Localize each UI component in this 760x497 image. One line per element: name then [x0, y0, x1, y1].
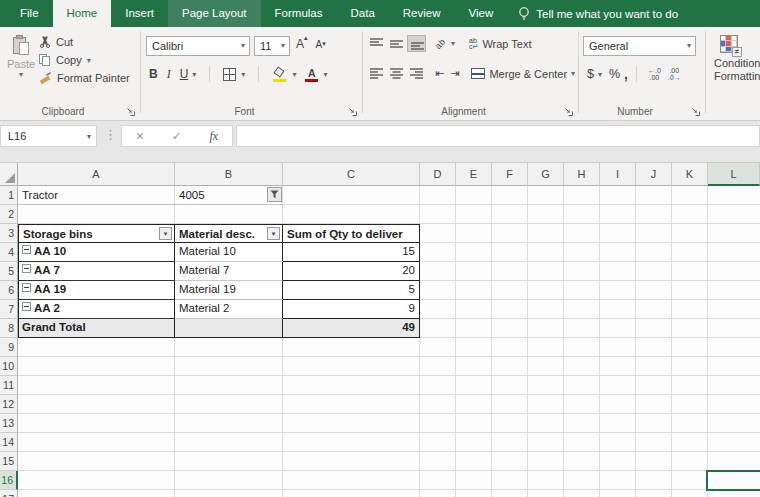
alignment-dialog-launcher-icon[interactable] — [564, 107, 574, 117]
decrease-indent-button[interactable]: ⇤ — [435, 67, 444, 80]
tab-review[interactable]: Review — [389, 0, 455, 27]
font-dialog-launcher-icon[interactable] — [348, 107, 358, 117]
column-header-j[interactable]: J — [636, 163, 672, 186]
tab-view[interactable]: View — [455, 0, 508, 27]
pivot-bin-cell[interactable]: AA 19 — [18, 281, 175, 300]
bold-button[interactable]: B — [149, 67, 158, 81]
row-header-16[interactable]: 16 — [0, 471, 18, 490]
fill-color-dropdown-icon[interactable]: ▾ — [292, 70, 296, 79]
copy-button[interactable]: Copy ▾ — [39, 51, 130, 69]
orientation-button[interactable]: ab — [433, 36, 447, 50]
column-header-c[interactable]: C — [283, 163, 420, 186]
collapse-button-icon[interactable] — [22, 283, 31, 292]
formula-bar-grip[interactable]: ⋮ — [104, 127, 117, 142]
borders-button[interactable] — [223, 68, 236, 81]
underline-button[interactable]: U — [180, 67, 189, 81]
wrap-text-button[interactable]: abc↵ Wrap Text — [469, 38, 532, 50]
row-header-17[interactable]: 17 — [0, 490, 18, 497]
align-center-button[interactable] — [387, 65, 406, 82]
middle-align-button[interactable] — [387, 35, 406, 52]
grand-total-value-cell[interactable]: 49 — [283, 319, 420, 338]
font-color-dropdown-icon[interactable]: ▾ — [323, 70, 327, 79]
pivot-material-cell[interactable]: Material 10 — [175, 243, 283, 262]
copy-dropdown-icon[interactable]: ▾ — [87, 56, 91, 65]
number-format-dropdown-icon[interactable]: ▾ — [687, 37, 691, 55]
row-header-2[interactable]: 2 — [0, 205, 18, 224]
column-header-g[interactable]: G — [528, 163, 564, 186]
decrease-font-size-button[interactable]: A▾ — [316, 38, 326, 50]
pivot-qty-cell[interactable]: 20 — [283, 262, 420, 281]
align-left-button[interactable] — [367, 65, 386, 82]
tab-page-layout[interactable]: Page Layout — [168, 0, 261, 27]
font-family-dropdown-icon[interactable]: ▾ — [241, 37, 245, 55]
accounting-dropdown-icon[interactable]: ▾ — [598, 70, 602, 79]
comma-style-button[interactable]: , — [624, 66, 628, 82]
increase-font-size-button[interactable]: A▴ — [296, 37, 308, 51]
cut-button[interactable]: Cut — [39, 33, 130, 51]
bottom-align-button[interactable] — [407, 35, 426, 52]
italic-button[interactable]: I — [167, 67, 171, 82]
pivot-bin-cell[interactable]: AA 10 — [18, 243, 175, 262]
clipboard-dialog-launcher-icon[interactable] — [126, 107, 136, 117]
name-box-dropdown-icon[interactable]: ▾ — [87, 127, 91, 147]
tell-me-box[interactable]: Tell me what you want to do — [517, 0, 678, 27]
column-header-b[interactable]: B — [175, 163, 283, 186]
pivot-qty-cell[interactable]: 9 — [283, 300, 420, 319]
underline-dropdown-icon[interactable]: ▾ — [192, 70, 196, 79]
orientation-dropdown-icon[interactable]: ▾ — [451, 39, 455, 48]
enter-button[interactable]: ✓ — [172, 129, 182, 143]
pivot-qty-cell[interactable]: 5 — [283, 281, 420, 300]
conditional-formatting-button[interactable]: ≠ Conditional Formatting — [706, 35, 760, 83]
cell-a1[interactable]: Tractor — [18, 186, 175, 204]
accounting-format-button[interactable]: $ — [587, 67, 594, 81]
paste-button[interactable]: Paste ▾ — [3, 31, 39, 115]
merge-center-dropdown-icon[interactable]: ▾ — [571, 69, 575, 78]
tab-home[interactable]: Home — [53, 0, 112, 27]
row-header-1[interactable]: 1 — [0, 186, 18, 205]
cancel-button[interactable]: × — [136, 128, 144, 144]
select-all-button[interactable] — [0, 163, 18, 186]
tab-data[interactable]: Data — [337, 0, 389, 27]
pivot-qty-cell[interactable]: 15 — [283, 243, 420, 262]
font-size-combo[interactable]: 11 ▾ — [254, 36, 290, 56]
column-header-l[interactable]: L — [708, 163, 760, 186]
cell-b1[interactable]: 4005 — [175, 186, 283, 204]
merge-center-button[interactable]: Merge & Center ▾ — [471, 68, 575, 80]
pivot-header-storage-bins[interactable]: Storage bins ▾ — [18, 224, 175, 243]
row-header-6[interactable]: 6 — [0, 281, 18, 300]
cells-area[interactable]: Tractor 4005 Storage bins ▾ Material des… — [18, 186, 760, 497]
format-painter-button[interactable]: Format Painter — [39, 69, 130, 87]
font-size-dropdown-icon[interactable]: ▾ — [281, 37, 285, 55]
material-desc-filter-dropdown[interactable]: ▾ — [267, 227, 280, 240]
row-header-10[interactable]: 10 — [0, 357, 18, 376]
collapse-button-icon[interactable] — [22, 245, 31, 254]
align-right-button[interactable] — [407, 65, 426, 82]
fill-color-button[interactable] — [272, 67, 287, 82]
paste-dropdown-icon[interactable]: ▾ — [3, 70, 39, 79]
row-header-13[interactable]: 13 — [0, 414, 18, 433]
borders-dropdown-icon[interactable]: ▾ — [241, 70, 245, 79]
selected-cell-l16[interactable] — [706, 470, 760, 491]
row-header-9[interactable]: 9 — [0, 338, 18, 357]
row-header-14[interactable]: 14 — [0, 433, 18, 452]
grand-total-empty-cell[interactable] — [175, 319, 283, 338]
pivot-header-sum-qty[interactable]: Sum of Qty to deliver — [283, 224, 420, 243]
row-header-7[interactable]: 7 — [0, 300, 18, 319]
filter-funnel-button[interactable] — [267, 187, 282, 202]
pivot-material-cell[interactable]: Material 2 — [175, 300, 283, 319]
column-header-e[interactable]: E — [456, 163, 492, 186]
grand-total-label-cell[interactable]: Grand Total — [18, 319, 175, 338]
row-header-8[interactable]: 8 — [0, 319, 18, 338]
row-header-4[interactable]: 4 — [0, 243, 18, 262]
row-header-15[interactable]: 15 — [0, 452, 18, 471]
tab-formulas[interactable]: Formulas — [261, 0, 337, 27]
number-dialog-launcher-icon[interactable] — [691, 107, 701, 117]
collapse-button-icon[interactable] — [22, 264, 31, 273]
percent-style-button[interactable]: % — [609, 67, 620, 81]
pivot-bin-cell[interactable]: AA 7 — [18, 262, 175, 281]
column-header-d[interactable]: D — [420, 163, 456, 186]
pivot-header-material-desc[interactable]: Material desc. ▾ — [175, 224, 283, 243]
row-header-11[interactable]: 11 — [0, 376, 18, 395]
decrease-decimal-button[interactable]: .00.0→ — [668, 67, 681, 81]
increase-indent-button[interactable]: ⇥ — [450, 67, 459, 80]
